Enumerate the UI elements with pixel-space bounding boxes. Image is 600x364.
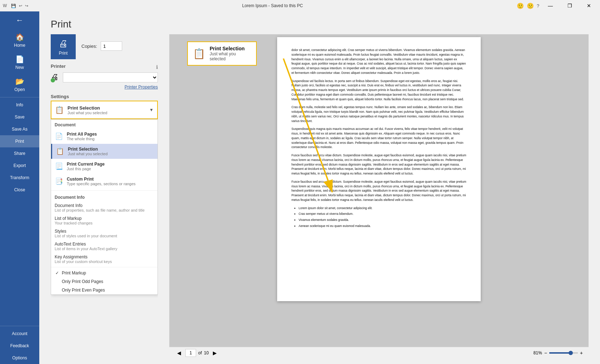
printer-select-row: 🖨 bbox=[51, 72, 158, 82]
printer-select[interactable] bbox=[63, 72, 158, 82]
sidebar-item-transform[interactable]: Transform bbox=[0, 172, 39, 184]
copies-row: Copies: bbox=[81, 41, 122, 51]
sidebar-save-as-label: Save As bbox=[12, 127, 28, 132]
dropdown-item-print-markup[interactable]: ✓ Print Markup bbox=[51, 269, 158, 277]
zoom-out-button[interactable]: − bbox=[544, 350, 547, 356]
print-selection-menu-text: Print Selection Just what you selected bbox=[68, 147, 154, 156]
next-page-button[interactable]: ▶ bbox=[211, 349, 219, 357]
dropdown-item-list-markup[interactable]: List of Markup Your tracked changes bbox=[51, 214, 158, 227]
open-icon: 📂 bbox=[15, 77, 24, 86]
sidebar: ← 🏠 Home 📄 New 📂 Open Info Save Save As … bbox=[0, 11, 39, 364]
quick-access-save[interactable]: 💾 bbox=[11, 4, 16, 8]
prev-page-button[interactable]: ◀ bbox=[175, 349, 183, 357]
custom-print-text: Custom Print Type specific pages, sectio… bbox=[67, 177, 154, 186]
preview-bottom-bar: ◀ of 10 ▶ 81% − + bbox=[169, 347, 589, 358]
sidebar-options-label: Options bbox=[12, 355, 27, 360]
dropdown-item-print-selection[interactable]: 📋 Print Selection Just what you selected bbox=[51, 144, 158, 159]
sidebar-feedback-label: Feedback bbox=[10, 343, 29, 348]
page-number-input[interactable] bbox=[185, 349, 196, 357]
dropdown-item-key-assignments[interactable]: Key Assignments List of your custom shor… bbox=[51, 253, 158, 266]
print-selection-sub: Just what you selected bbox=[68, 111, 146, 115]
current-page-icon: 📃 bbox=[55, 162, 63, 170]
copies-label: Copies: bbox=[81, 44, 97, 49]
dropdown-group-docinfo: Document Info bbox=[51, 192, 158, 201]
feedback-smile-icon[interactable]: 🙂 bbox=[517, 2, 524, 9]
sidebar-back-button[interactable]: ← bbox=[0, 11, 39, 29]
dropdown-item-all-pages[interactable]: 📄 Print All Pages The whole thing bbox=[51, 129, 158, 144]
preview-para-4: Suspendisse quis magna quis mauris maxim… bbox=[291, 127, 466, 150]
zoom-slider-thumb bbox=[569, 351, 573, 355]
callout-print-icon: 📋 bbox=[193, 48, 205, 60]
page-preview: dolor sit amet, consectetur adipiscing e… bbox=[277, 37, 481, 301]
preview-para-2: Suspendisse vel facilisis lectus. In por… bbox=[291, 79, 466, 102]
sidebar-item-close[interactable]: Close bbox=[0, 184, 39, 196]
quick-access-undo[interactable]: ↩ bbox=[19, 4, 22, 8]
print-content: 🖨 Print Copies: Printer ℹ bbox=[39, 34, 600, 364]
even-pages-label: Only Print Even Pages bbox=[62, 288, 105, 293]
word-logo-icon: W bbox=[3, 3, 7, 8]
print-selection-dropdown-button[interactable]: 📋 Print Selection Just what you selected… bbox=[51, 101, 158, 119]
all-pages-text: Print All Pages The whole thing bbox=[67, 132, 154, 141]
print-selection-dropdown: 📋 Print Selection Just what you selected… bbox=[51, 101, 158, 119]
sidebar-open-label: Open bbox=[14, 87, 25, 92]
sidebar-item-options[interactable]: Options bbox=[0, 352, 39, 364]
feedback-frown-icon[interactable]: 🙁 bbox=[527, 2, 534, 9]
print-button-label: Print bbox=[59, 51, 68, 56]
zoom-percent-label: 81% bbox=[534, 350, 542, 355]
sidebar-item-info[interactable]: Info bbox=[0, 99, 39, 111]
sidebar-item-feedback[interactable]: Feedback bbox=[0, 340, 39, 352]
quick-access-redo[interactable]: ↪ bbox=[25, 4, 28, 8]
sidebar-item-account[interactable]: Account bbox=[0, 328, 39, 340]
sidebar-item-share[interactable]: Share bbox=[0, 147, 39, 160]
preview-area: 📋 Print Selection Just what you selected bbox=[169, 34, 589, 358]
odd-pages-label: Only Print Odd Pages bbox=[62, 279, 103, 284]
custom-print-icon: 📑 bbox=[55, 177, 63, 185]
sidebar-item-new[interactable]: 📄 New bbox=[0, 51, 39, 74]
sidebar-divider-2 bbox=[0, 326, 39, 326]
dropdown-item-current-page[interactable]: 📃 Print Current Page Just this page bbox=[51, 159, 158, 174]
dropdown-item-doc-info[interactable]: Document Info List of properties, such a… bbox=[51, 201, 158, 214]
close-button[interactable]: ✕ bbox=[581, 0, 597, 11]
printer-status-dot bbox=[51, 78, 55, 82]
copies-input[interactable] bbox=[101, 41, 122, 51]
preview-para-3: Cras diam nulla, molestie sed felis vel,… bbox=[291, 105, 466, 123]
title-bar-left-icons: W 💾 ↩ ↪ bbox=[3, 3, 28, 8]
sidebar-item-home[interactable]: 🏠 Home bbox=[0, 29, 39, 51]
sidebar-item-print[interactable]: Print bbox=[0, 135, 39, 147]
sidebar-save-label: Save bbox=[15, 115, 24, 120]
minimize-button[interactable]: — bbox=[542, 0, 559, 11]
zoom-in-button[interactable]: + bbox=[580, 350, 583, 356]
print-button[interactable]: 🖨 Print bbox=[51, 34, 76, 59]
callout-subtitle: Just what you selected bbox=[210, 51, 251, 61]
print-selection-menu-icon: 📋 bbox=[56, 147, 64, 155]
sidebar-export-label: Export bbox=[14, 163, 26, 168]
dropdown-item-even-pages[interactable]: Only Print Even Pages bbox=[51, 286, 158, 294]
print-markup-check-icon: ✓ bbox=[55, 271, 60, 275]
printer-section: Printer ℹ 🖨 Printer Properties bbox=[51, 64, 158, 90]
home-icon: 🏠 bbox=[15, 33, 24, 41]
dropdown-item-custom-print[interactable]: 📑 Custom Print Type specific pages, sect… bbox=[51, 174, 158, 189]
sidebar-item-save-as[interactable]: Save As bbox=[0, 123, 39, 135]
dropdown-item-styles[interactable]: Styles List of styles used in your docum… bbox=[51, 227, 158, 240]
dropdown-divider bbox=[51, 190, 158, 191]
total-pages: 10 bbox=[204, 350, 209, 355]
dropdown-item-odd-pages[interactable]: Only Print Odd Pages bbox=[51, 277, 158, 286]
printer-properties-link[interactable]: Printer Properties bbox=[51, 85, 158, 90]
sidebar-close-label: Close bbox=[14, 187, 25, 192]
sidebar-info-label: Info bbox=[16, 102, 23, 107]
help-icon[interactable]: ? bbox=[537, 3, 539, 9]
maximize-button[interactable]: ❐ bbox=[561, 0, 578, 11]
sidebar-item-export[interactable]: Export bbox=[0, 160, 39, 172]
settings-section-title: Settings bbox=[51, 94, 158, 99]
sidebar-item-save[interactable]: Save bbox=[0, 111, 39, 123]
content-area: Print 🖨 Print Copies: bbox=[39, 11, 600, 364]
dropdown-item-autotext[interactable]: AutoText Entries List of items in your A… bbox=[51, 240, 158, 253]
sidebar-item-open[interactable]: 📂 Open bbox=[0, 74, 39, 96]
preview-scroll[interactable]: dolor sit amet, consectetur adipiscing e… bbox=[169, 34, 589, 347]
new-icon: 📄 bbox=[15, 55, 24, 64]
app-body: ← 🏠 Home 📄 New 📂 Open Info Save Save As … bbox=[0, 11, 600, 364]
preview-bullet-3: Vivamus elementum sodales gravida. bbox=[299, 218, 466, 222]
zoom-slider[interactable] bbox=[549, 352, 578, 354]
printer-info-icon[interactable]: ℹ bbox=[156, 64, 158, 70]
zoom-controls: 81% − + bbox=[534, 350, 583, 356]
